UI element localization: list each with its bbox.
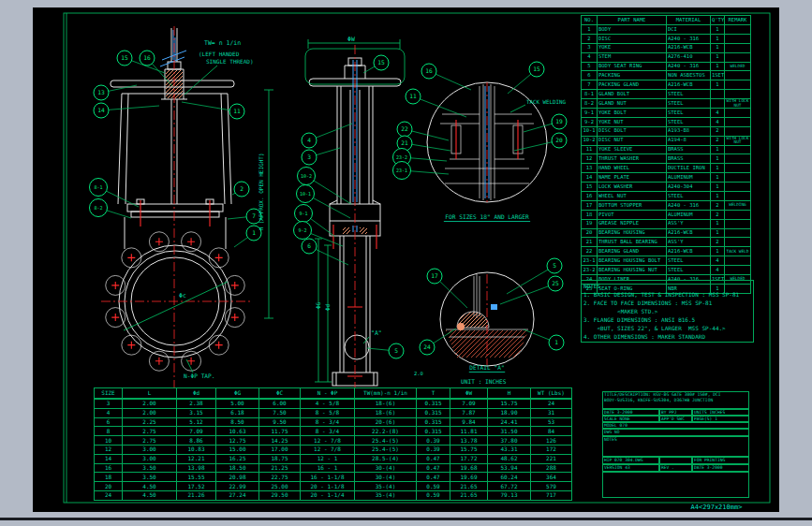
- table-cell: BEARING HOUSING BOLT: [598, 256, 667, 266]
- table-cell: 2: [711, 200, 725, 210]
- table-cell: 18.75: [259, 454, 301, 463]
- table-cell: 18.90: [488, 408, 531, 417]
- date-cell: DATE 3-2000: [602, 409, 659, 416]
- table-cell: 15.75: [450, 445, 488, 454]
- table-cell: 21.65: [450, 490, 488, 500]
- appd-cell: APP'D SWC: [659, 416, 692, 422]
- table-cell: 3.00: [123, 454, 177, 463]
- table-cell: 1: [711, 34, 725, 43]
- table-cell: 43.31: [488, 445, 531, 454]
- table-cell: STEM: [598, 52, 667, 62]
- file-spare-cell: [659, 457, 692, 464]
- table-cell: 5.00: [216, 399, 259, 408]
- table-cell: [725, 164, 751, 173]
- table-cell: 0.47: [417, 473, 450, 482]
- table-cell: 3.00: [123, 445, 177, 454]
- table-cell: GLAND BOLT: [598, 90, 667, 99]
- parts-table-row: 17BOTTOM STOPPERA240 - 3162WELDING: [582, 200, 751, 210]
- table-cell: GREASE NIPPLE: [598, 219, 667, 228]
- table-cell: [725, 183, 751, 192]
- table-cell: 4: [95, 408, 123, 417]
- note-line: 3. FLANGE DIMENSIONS : ANSI B16.5: [583, 315, 751, 324]
- parts-table-row: 9-1YOKE BOLTSTEEL4: [582, 109, 751, 118]
- table-cell: 9-1: [582, 109, 598, 118]
- table-cell: A240-304: [667, 183, 711, 192]
- table-cell: 13: [582, 164, 598, 173]
- dimension-table-row: 62.255.128.509.508 - 3/420-(6)0.3159.842…: [95, 417, 572, 427]
- parts-table-row: 2DISCA240 - 3161: [582, 34, 751, 43]
- table-cell: PACKING: [598, 71, 667, 80]
- table-cell: STEEL: [667, 109, 711, 118]
- table-cell: 22.99: [216, 482, 259, 491]
- table-cell: 16.25: [216, 454, 259, 463]
- units-cell: UNITS INCHES: [692, 409, 749, 416]
- table-cell: 2: [711, 238, 725, 247]
- table-cell: 15.55: [177, 473, 216, 482]
- table-cell: 53.94: [488, 463, 531, 473]
- table-cell: 18-(6): [355, 399, 417, 408]
- table-cell: STEEL: [667, 266, 711, 275]
- file-name-cell: HIP 070_304.DWG: [602, 457, 659, 464]
- table-cell: 8 - 3/4: [301, 427, 355, 436]
- table-cell: DCI: [667, 25, 711, 35]
- table-cell: BEARING GLAND: [598, 247, 667, 256]
- table-cell: 25.4-(5): [355, 445, 417, 454]
- table-cell: [725, 43, 751, 52]
- table-cell: DISC NUT: [598, 136, 667, 145]
- table-cell: 8 - 3/4: [301, 417, 355, 427]
- table-cell: 8 - 5/8: [301, 408, 355, 417]
- table-cell: 3: [582, 43, 598, 52]
- desktop-background: { "colors":{"green_line":"#00b35c","gree…: [0, 0, 812, 526]
- table-cell: 4: [711, 266, 725, 275]
- table-cell: 20: [582, 228, 598, 238]
- parts-table-row: 8-1GLAND BOLTSTEEL: [582, 90, 751, 99]
- parts-table-row: 21THRUST BALL BEARINGASS'Y2: [582, 238, 751, 247]
- table-cell: 14.25: [259, 436, 301, 446]
- table-cell: 1: [711, 145, 725, 154]
- table-cell: WITH LOCK NUT: [725, 99, 751, 109]
- table-cell: 12.75: [216, 436, 259, 446]
- table-cell: A216-WCB: [667, 247, 711, 256]
- table-cell: WHEEL NUT: [598, 192, 667, 201]
- column-header: L: [123, 388, 177, 400]
- table-cell: 3.50: [123, 463, 177, 473]
- table-cell: WELDED: [725, 62, 751, 71]
- table-cell: 13.78: [450, 436, 488, 446]
- parts-table-row: 6PACKINGNON ASBESTOS1SET: [582, 71, 751, 80]
- table-cell: A216-WCB: [667, 228, 711, 238]
- parts-table-row: 23-2BEARING HOUSING NUTSTEEL4: [582, 266, 751, 275]
- table-cell: ALUMINUM: [667, 210, 711, 219]
- table-cell: A216-WCB: [667, 80, 711, 90]
- table-cell: STEEL: [667, 256, 711, 266]
- table-cell: [725, 34, 751, 43]
- column-header: ΦW: [450, 388, 488, 400]
- table-cell: 24.41: [488, 417, 531, 427]
- table-cell: 3.15: [177, 408, 216, 417]
- table-cell: 67.72: [488, 482, 531, 491]
- dimension-table-row: 32.002.385.006.004 - 5/818-(6)0.3157.091…: [95, 399, 572, 408]
- table-cell: 1: [711, 247, 725, 256]
- table-cell: [725, 52, 751, 62]
- table-cell: 1: [711, 154, 725, 164]
- parts-table-row: 15LOCK WASHERA240-3041: [582, 183, 751, 192]
- table-cell: 4: [711, 256, 725, 266]
- table-cell: 288: [531, 463, 572, 473]
- dimension-table-row: 102.758.8612.7514.2512 - 7/825.4-(5)0.39…: [95, 436, 572, 446]
- table-cell: [725, 256, 751, 266]
- print-cell: FOR PRINTING: [692, 457, 749, 464]
- dimension-table: SIZELΦdΦGΦCN - ΦPTW(mm)-n 1/inTΦWHWT (Lb…: [94, 387, 572, 501]
- parts-table-row: 10-1DISC BOLTA193-B82: [582, 126, 751, 136]
- rev-cell: REV .: [659, 464, 692, 472]
- parts-table-row: 3YOKEA216-WCB1: [582, 43, 751, 52]
- table-cell: 364: [531, 473, 572, 482]
- table-cell: 7.87: [450, 408, 488, 417]
- table-cell: GLAND NUT: [598, 99, 667, 109]
- table-cell: 16 - 1-1/8: [301, 473, 355, 482]
- table-cell: 2.75: [123, 436, 177, 446]
- table-cell: A276-410: [667, 52, 711, 62]
- dimension-table-row: 143.0012.2116.2518.7512 - 128.5-(4)0.471…: [95, 454, 572, 463]
- table-cell: [725, 80, 751, 90]
- table-cell: A194-8: [667, 136, 711, 145]
- table-cell: 6: [582, 71, 598, 80]
- table-cell: 25.00: [259, 482, 301, 491]
